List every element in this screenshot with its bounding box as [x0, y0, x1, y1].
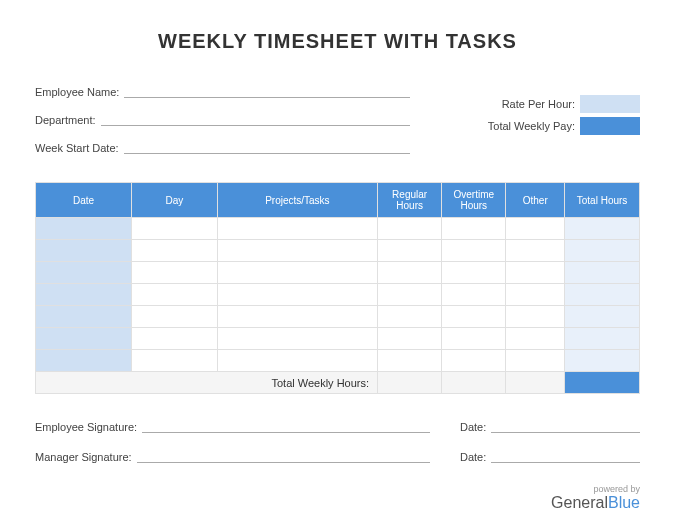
- total-hours-final: [565, 372, 640, 394]
- manager-sig-date-input[interactable]: [491, 449, 640, 463]
- date-cell[interactable]: [36, 328, 132, 350]
- employee-sig-date-input[interactable]: [491, 419, 640, 433]
- tasks-cell[interactable]: [217, 328, 377, 350]
- date-cell[interactable]: [36, 306, 132, 328]
- other-cell[interactable]: [506, 262, 565, 284]
- week-start-label: Week Start Date:: [35, 142, 124, 154]
- total-cell: [565, 218, 640, 240]
- brand-part2: Blue: [608, 494, 640, 511]
- tasks-cell[interactable]: [217, 218, 377, 240]
- manager-sig-row: Manager Signature: Date:: [35, 449, 640, 463]
- date-cell[interactable]: [36, 284, 132, 306]
- col-total: Total Hours: [565, 183, 640, 218]
- table-row: [36, 284, 640, 306]
- day-cell[interactable]: [132, 328, 218, 350]
- reg-cell[interactable]: [378, 218, 442, 240]
- reg-cell[interactable]: [378, 262, 442, 284]
- reg-cell[interactable]: [378, 284, 442, 306]
- col-other: Other: [506, 183, 565, 218]
- other-cell[interactable]: [506, 328, 565, 350]
- employee-name-label: Employee Name:: [35, 86, 124, 98]
- date-cell[interactable]: [36, 218, 132, 240]
- date-cell[interactable]: [36, 262, 132, 284]
- table-row: [36, 218, 640, 240]
- total-weekly-row: Total Weekly Hours:: [36, 372, 640, 394]
- table-body: Total Weekly Hours:: [36, 218, 640, 394]
- ot-cell[interactable]: [442, 284, 506, 306]
- day-cell[interactable]: [132, 306, 218, 328]
- total-weekly-label: Total Weekly Hours:: [36, 372, 378, 394]
- manager-sig-date-field: Date:: [460, 449, 640, 463]
- employee-sig-row: Employee Signature: Date:: [35, 419, 640, 433]
- department-label: Department:: [35, 114, 101, 126]
- other-cell[interactable]: [506, 218, 565, 240]
- tasks-cell[interactable]: [217, 284, 377, 306]
- day-cell[interactable]: [132, 284, 218, 306]
- employee-sig-date-label: Date:: [460, 421, 491, 433]
- col-reg: Regular Hours: [378, 183, 442, 218]
- employee-sig-date-field: Date:: [460, 419, 640, 433]
- department-input[interactable]: [101, 112, 410, 126]
- employee-name-input[interactable]: [124, 84, 410, 98]
- total-pay-label: Total Weekly Pay:: [488, 120, 580, 132]
- tasks-cell[interactable]: [217, 240, 377, 262]
- total-cell: [565, 328, 640, 350]
- table-row: [36, 328, 640, 350]
- ot-cell[interactable]: [442, 350, 506, 372]
- reg-cell[interactable]: [378, 240, 442, 262]
- reg-cell[interactable]: [378, 328, 442, 350]
- date-cell[interactable]: [36, 240, 132, 262]
- table-row: [36, 240, 640, 262]
- header-fields: Employee Name: Department: Week Start Da…: [35, 78, 640, 162]
- other-cell[interactable]: [506, 350, 565, 372]
- tasks-cell[interactable]: [217, 350, 377, 372]
- date-cell[interactable]: [36, 350, 132, 372]
- rate-input[interactable]: [580, 95, 640, 113]
- col-ot: Overtime Hours: [442, 183, 506, 218]
- ot-cell[interactable]: [442, 240, 506, 262]
- manager-sig-field: Manager Signature:: [35, 449, 460, 463]
- employee-name-row: Employee Name:: [35, 78, 410, 98]
- signature-section: Employee Signature: Date: Manager Signat…: [35, 419, 640, 463]
- table-row: [36, 350, 640, 372]
- employee-sig-field: Employee Signature:: [35, 419, 460, 433]
- total-pay-value: [580, 117, 640, 135]
- other-cell[interactable]: [506, 306, 565, 328]
- other-cell[interactable]: [506, 284, 565, 306]
- page-title: WEEKLY TIMESHEET WITH TASKS: [35, 30, 640, 53]
- total-pay-row: Total Weekly Pay:: [450, 116, 640, 136]
- day-cell[interactable]: [132, 240, 218, 262]
- ot-cell[interactable]: [442, 328, 506, 350]
- manager-sig-input[interactable]: [137, 449, 430, 463]
- total-ot: [442, 372, 506, 394]
- manager-sig-label: Manager Signature:: [35, 451, 137, 463]
- reg-cell[interactable]: [378, 306, 442, 328]
- powered-by-label: powered by: [551, 484, 640, 494]
- total-cell: [565, 306, 640, 328]
- table-row: [36, 262, 640, 284]
- total-cell: [565, 350, 640, 372]
- ot-cell[interactable]: [442, 262, 506, 284]
- day-cell[interactable]: [132, 262, 218, 284]
- col-day: Day: [132, 183, 218, 218]
- employee-sig-input[interactable]: [142, 419, 430, 433]
- col-tasks: Projects/Tasks: [217, 183, 377, 218]
- ot-cell[interactable]: [442, 218, 506, 240]
- reg-cell[interactable]: [378, 350, 442, 372]
- week-start-input[interactable]: [124, 140, 410, 154]
- footer: powered by GeneralBlue: [551, 484, 640, 512]
- day-cell[interactable]: [132, 218, 218, 240]
- table-header-row: Date Day Projects/Tasks Regular Hours Ov…: [36, 183, 640, 218]
- tasks-cell[interactable]: [217, 262, 377, 284]
- rate-row: Rate Per Hour:: [450, 94, 640, 114]
- col-date: Date: [36, 183, 132, 218]
- total-cell: [565, 284, 640, 306]
- total-cell: [565, 262, 640, 284]
- day-cell[interactable]: [132, 350, 218, 372]
- ot-cell[interactable]: [442, 306, 506, 328]
- week-start-row: Week Start Date:: [35, 134, 410, 154]
- right-fields: Rate Per Hour: Total Weekly Pay:: [450, 78, 640, 162]
- brand-part1: General: [551, 494, 608, 511]
- other-cell[interactable]: [506, 240, 565, 262]
- tasks-cell[interactable]: [217, 306, 377, 328]
